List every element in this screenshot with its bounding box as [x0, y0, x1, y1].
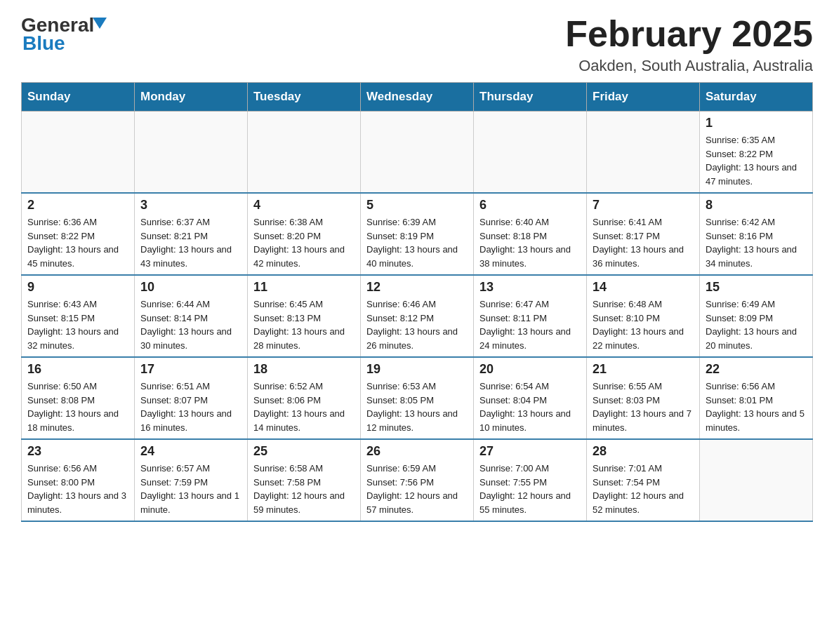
day-number: 18 — [253, 362, 355, 377]
day-info: Sunrise: 6:36 AMSunset: 8:22 PMDaylight:… — [27, 215, 128, 270]
calendar-week-5: 23Sunrise: 6:56 AMSunset: 8:00 PMDayligh… — [22, 439, 813, 521]
calendar-cell — [248, 112, 361, 194]
calendar-cell: 12Sunrise: 6:46 AMSunset: 8:12 PMDayligh… — [361, 275, 474, 357]
calendar-cell: 10Sunrise: 6:44 AMSunset: 8:14 PMDayligh… — [135, 275, 248, 357]
calendar-cell: 5Sunrise: 6:39 AMSunset: 8:19 PMDaylight… — [361, 193, 474, 275]
day-number: 27 — [479, 444, 581, 459]
calendar-table: Sunday Monday Tuesday Wednesday Thursday… — [21, 82, 813, 522]
calendar-header: Sunday Monday Tuesday Wednesday Thursday… — [22, 83, 813, 112]
calendar-week-1: 1Sunrise: 6:35 AMSunset: 8:22 PMDaylight… — [22, 112, 813, 194]
calendar-cell: 27Sunrise: 7:00 AMSunset: 7:55 PMDayligh… — [474, 439, 587, 521]
day-info: Sunrise: 6:55 AMSunset: 8:03 PMDaylight:… — [593, 380, 694, 434]
calendar-cell: 23Sunrise: 6:56 AMSunset: 8:00 PMDayligh… — [22, 439, 135, 521]
day-info: Sunrise: 6:39 AMSunset: 8:19 PMDaylight:… — [366, 215, 468, 270]
day-info: Sunrise: 6:56 AMSunset: 8:00 PMDaylight:… — [27, 462, 128, 516]
calendar-cell: 1Sunrise: 6:35 AMSunset: 8:22 PMDaylight… — [700, 112, 813, 194]
calendar-body: 1Sunrise: 6:35 AMSunset: 8:22 PMDaylight… — [22, 112, 813, 522]
day-number: 9 — [27, 280, 128, 295]
day-number: 16 — [27, 362, 128, 377]
calendar-week-4: 16Sunrise: 6:50 AMSunset: 8:08 PMDayligh… — [22, 357, 813, 439]
month-title: February 2025 — [565, 14, 813, 54]
day-number: 28 — [593, 444, 694, 459]
col-monday: Monday — [135, 83, 248, 112]
page-header: General Blue February 2025 Oakden, South… — [21, 14, 813, 75]
calendar-week-3: 9Sunrise: 6:43 AMSunset: 8:15 PMDaylight… — [22, 275, 813, 357]
calendar-cell — [700, 439, 813, 521]
col-wednesday: Wednesday — [361, 83, 474, 112]
day-info: Sunrise: 6:52 AMSunset: 8:06 PMDaylight:… — [253, 380, 355, 434]
calendar-cell: 3Sunrise: 6:37 AMSunset: 8:21 PMDaylight… — [135, 193, 248, 275]
col-friday: Friday — [587, 83, 700, 112]
day-info: Sunrise: 6:56 AMSunset: 8:01 PMDaylight:… — [706, 380, 807, 434]
day-number: 24 — [140, 444, 241, 459]
day-info: Sunrise: 6:48 AMSunset: 8:10 PMDaylight:… — [593, 297, 694, 352]
calendar-cell: 26Sunrise: 6:59 AMSunset: 7:56 PMDayligh… — [361, 439, 474, 521]
col-thursday: Thursday — [474, 83, 587, 112]
calendar-cell: 15Sunrise: 6:49 AMSunset: 8:09 PMDayligh… — [700, 275, 813, 357]
calendar-cell: 7Sunrise: 6:41 AMSunset: 8:17 PMDaylight… — [587, 193, 700, 275]
location-subtitle: Oakden, South Australia, Australia — [565, 57, 813, 75]
day-number: 22 — [706, 362, 807, 377]
day-number: 6 — [479, 198, 581, 213]
day-number: 4 — [253, 198, 355, 213]
day-number: 15 — [706, 280, 807, 295]
day-info: Sunrise: 6:41 AMSunset: 8:17 PMDaylight:… — [593, 215, 694, 270]
day-info: Sunrise: 6:47 AMSunset: 8:11 PMDaylight:… — [479, 297, 581, 352]
calendar-cell: 13Sunrise: 6:47 AMSunset: 8:11 PMDayligh… — [474, 275, 587, 357]
header-row: Sunday Monday Tuesday Wednesday Thursday… — [22, 83, 813, 112]
day-info: Sunrise: 6:45 AMSunset: 8:13 PMDaylight:… — [253, 297, 355, 352]
col-tuesday: Tuesday — [248, 83, 361, 112]
day-info: Sunrise: 6:59 AMSunset: 7:56 PMDaylight:… — [366, 462, 468, 516]
day-info: Sunrise: 6:37 AMSunset: 8:21 PMDaylight:… — [140, 215, 241, 270]
calendar-cell: 14Sunrise: 6:48 AMSunset: 8:10 PMDayligh… — [587, 275, 700, 357]
day-info: Sunrise: 6:50 AMSunset: 8:08 PMDaylight:… — [27, 380, 128, 434]
calendar-cell: 11Sunrise: 6:45 AMSunset: 8:13 PMDayligh… — [248, 275, 361, 357]
logo: General Blue — [21, 14, 107, 55]
calendar-cell — [22, 112, 135, 194]
day-info: Sunrise: 6:42 AMSunset: 8:16 PMDaylight:… — [706, 215, 807, 270]
day-number: 13 — [479, 280, 581, 295]
calendar-cell: 24Sunrise: 6:57 AMSunset: 7:59 PMDayligh… — [135, 439, 248, 521]
day-info: Sunrise: 6:49 AMSunset: 8:09 PMDaylight:… — [706, 297, 807, 352]
day-number: 12 — [366, 280, 468, 295]
day-info: Sunrise: 6:40 AMSunset: 8:18 PMDaylight:… — [479, 215, 581, 270]
day-info: Sunrise: 6:57 AMSunset: 7:59 PMDaylight:… — [140, 462, 241, 516]
calendar-cell: 8Sunrise: 6:42 AMSunset: 8:16 PMDaylight… — [700, 193, 813, 275]
day-number: 20 — [479, 362, 581, 377]
calendar-cell: 22Sunrise: 6:56 AMSunset: 8:01 PMDayligh… — [700, 357, 813, 439]
day-number: 5 — [366, 198, 468, 213]
day-info: Sunrise: 6:35 AMSunset: 8:22 PMDaylight:… — [706, 133, 807, 188]
logo-triangle-icon — [93, 18, 107, 29]
calendar-cell: 4Sunrise: 6:38 AMSunset: 8:20 PMDaylight… — [248, 193, 361, 275]
day-number: 23 — [27, 444, 128, 459]
day-number: 25 — [253, 444, 355, 459]
day-info: Sunrise: 6:38 AMSunset: 8:20 PMDaylight:… — [253, 215, 355, 270]
calendar-cell — [135, 112, 248, 194]
calendar-cell: 2Sunrise: 6:36 AMSunset: 8:22 PMDaylight… — [22, 193, 135, 275]
day-number: 10 — [140, 280, 241, 295]
day-info: Sunrise: 6:51 AMSunset: 8:07 PMDaylight:… — [140, 380, 241, 434]
day-info: Sunrise: 6:44 AMSunset: 8:14 PMDaylight:… — [140, 297, 241, 352]
day-info: Sunrise: 6:53 AMSunset: 8:05 PMDaylight:… — [366, 380, 468, 434]
day-number: 26 — [366, 444, 468, 459]
calendar-cell — [474, 112, 587, 194]
day-info: Sunrise: 6:58 AMSunset: 7:58 PMDaylight:… — [253, 462, 355, 516]
calendar-cell — [361, 112, 474, 194]
day-number: 3 — [140, 198, 241, 213]
calendar-cell: 16Sunrise: 6:50 AMSunset: 8:08 PMDayligh… — [22, 357, 135, 439]
day-number: 8 — [706, 198, 807, 213]
day-number: 17 — [140, 362, 241, 377]
calendar-cell: 20Sunrise: 6:54 AMSunset: 8:04 PMDayligh… — [474, 357, 587, 439]
calendar-cell: 9Sunrise: 6:43 AMSunset: 8:15 PMDaylight… — [22, 275, 135, 357]
day-number: 14 — [593, 280, 694, 295]
calendar-cell: 17Sunrise: 6:51 AMSunset: 8:07 PMDayligh… — [135, 357, 248, 439]
calendar-cell — [587, 112, 700, 194]
col-sunday: Sunday — [22, 83, 135, 112]
calendar-cell: 19Sunrise: 6:53 AMSunset: 8:05 PMDayligh… — [361, 357, 474, 439]
day-number: 2 — [27, 198, 128, 213]
day-number: 11 — [253, 280, 355, 295]
calendar-week-2: 2Sunrise: 6:36 AMSunset: 8:22 PMDaylight… — [22, 193, 813, 275]
day-info: Sunrise: 7:00 AMSunset: 7:55 PMDaylight:… — [479, 462, 581, 516]
calendar-cell: 25Sunrise: 6:58 AMSunset: 7:58 PMDayligh… — [248, 439, 361, 521]
day-info: Sunrise: 6:54 AMSunset: 8:04 PMDaylight:… — [479, 380, 581, 434]
